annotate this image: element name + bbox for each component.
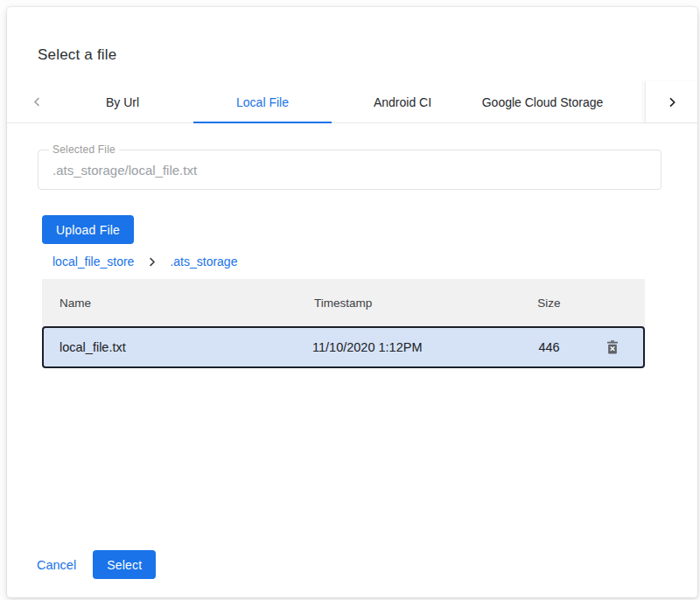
select-button[interactable]: Select [93,550,156,579]
delete-trash-icon [604,338,621,356]
chevron-right-icon [145,255,158,269]
breadcrumb-item-ats-storage[interactable]: .ats_storage [170,255,237,269]
breadcrumb: local_file_store .ats_storage [52,253,662,270]
column-header-timestamp: Timestamp [302,297,516,310]
column-header-name: Name [42,297,302,310]
tab-local-file[interactable]: Local File [192,81,332,122]
cell-file-size: 446 [516,340,582,354]
cell-file-name: local_file.txt [44,340,302,354]
cell-file-actions [582,335,643,359]
chevron-left-icon [31,95,44,108]
selected-file-field[interactable]: Selected File .ats_storage/local_file.tx… [38,150,662,190]
file-table: Name Timestamp Size local_file.txt 11/10… [42,279,645,368]
tabs-scroll-right-button[interactable] [645,81,697,122]
dialog-backdrop: Select a file By Url Local File Android … [0,0,700,600]
tab-google-cloud-storage[interactable]: Google Cloud Storage [472,81,612,122]
cancel-button[interactable]: Cancel [37,558,76,572]
tab-android-ci[interactable]: Android CI [332,81,472,122]
delete-file-button[interactable] [600,335,625,359]
tab-list: By Url Local File Android CI Google Clou… [52,81,612,122]
file-table-header-row: Name Timestamp Size [42,279,645,326]
upload-file-button[interactable]: Upload File [42,215,134,244]
select-file-dialog: Select a file By Url Local File Android … [7,7,697,597]
dialog-title: Select a file [38,45,697,65]
dialog-actions: Cancel Select [37,550,156,579]
cell-file-timestamp: 11/10/2020 1:12PM [302,340,516,354]
selected-file-field-label: Selected File [49,143,119,156]
tab-bar: By Url Local File Android CI Google Clou… [7,81,697,123]
chevron-right-icon [665,95,679,109]
dialog-content: Selected File .ats_storage/local_file.tx… [7,150,697,368]
breadcrumb-item-local-file-store[interactable]: local_file_store [52,255,134,269]
selected-file-field-value: .ats_storage/local_file.txt [52,163,197,178]
table-row-local-file[interactable]: local_file.txt 11/10/2020 1:12PM 446 [42,326,645,368]
tab-by-url[interactable]: By Url [52,81,192,122]
column-header-size: Size [516,297,582,310]
